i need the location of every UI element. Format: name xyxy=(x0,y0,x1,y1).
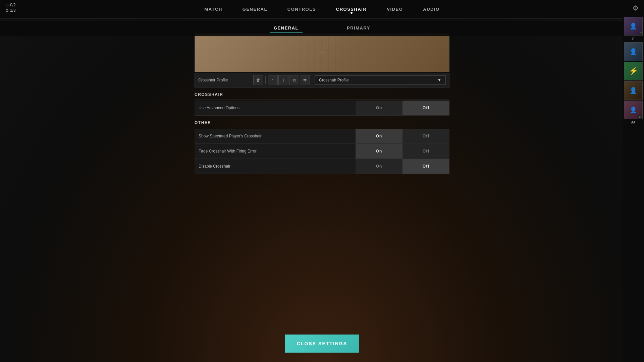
avatar-image-2: 👤 xyxy=(627,45,640,58)
show-spectated-row: Show Spectated Player's Crosshair On Off xyxy=(195,129,449,144)
tab-crosshair[interactable]: CROSSHAIR xyxy=(336,5,367,13)
crosshair-center-dot xyxy=(322,53,322,53)
nav-tabs-container: MATCH GENERAL CONTROLS CROSSHAIR VIDEO A… xyxy=(204,5,439,13)
close-settings-button[interactable]: CLOSE SETTINGS xyxy=(285,335,359,353)
avatar-slot-1[interactable]: 👤 7 xyxy=(624,17,643,36)
avatar-badge-5: +1 xyxy=(638,115,642,119)
tab-video[interactable]: VIDEO xyxy=(387,5,403,13)
avatar-image-3: ⚡ xyxy=(627,64,640,78)
dropdown-arrow-icon: ▼ xyxy=(437,78,441,82)
kills-icon: ⊙ xyxy=(5,3,9,7)
show-spectated-on-button[interactable]: On xyxy=(356,129,402,143)
fade-crosshair-label: Fade Crosshair With Firing Error xyxy=(195,149,356,154)
kills-value: 0/2 xyxy=(10,3,16,7)
sub-tab-primary[interactable]: PRIMARY xyxy=(343,24,374,33)
tab-audio[interactable]: AUDIO xyxy=(423,5,439,13)
use-advanced-options-toggle: On Off xyxy=(356,101,449,115)
show-spectated-toggle: On Off xyxy=(356,129,449,143)
import-profile-button[interactable]: ⇉ xyxy=(300,75,310,85)
top-navigation: MATCH GENERAL CONTROLS CROSSHAIR VIDEO A… xyxy=(0,0,644,18)
upload-profile-button[interactable]: ↑ xyxy=(268,75,278,85)
disable-crosshair-row: Disable Crosshair On Off xyxy=(195,159,449,174)
avatar-image-4: 👤 xyxy=(627,84,640,97)
avatar-slot-4[interactable]: 👤 xyxy=(624,81,643,100)
fade-crosshair-toggle: On Off xyxy=(356,144,449,159)
show-spectated-off-button[interactable]: Off xyxy=(402,129,449,143)
score-icon: ⊙ xyxy=(5,8,9,13)
crosshair-section-header: CROSSHAIR xyxy=(195,87,449,100)
gear-icon[interactable]: ⚙ xyxy=(633,4,639,12)
score-value: 1/3 xyxy=(10,8,16,13)
use-advanced-on-button[interactable]: On xyxy=(356,101,402,115)
show-spectated-label: Show Spectated Player's Crosshair xyxy=(195,134,356,138)
avatar-slot-2[interactable]: 👤 xyxy=(624,42,643,61)
profile-dropdown-value: Crosshair Profile xyxy=(319,78,349,82)
download-profile-button[interactable]: ↓ xyxy=(278,75,288,85)
divider-1 xyxy=(265,76,266,84)
avatar-image-5: 👤 xyxy=(627,103,640,117)
other-section-header: OTHER xyxy=(195,116,449,128)
use-advanced-options-row: Use Advanced Options On Off xyxy=(195,101,449,116)
fade-crosshair-off-button[interactable]: Off xyxy=(402,144,449,159)
sub-tabs-container: GENERAL PRIMARY xyxy=(0,21,644,36)
right-sidebar: 👤 7 0 👤 ⚡ 👤 👤 +1 66 xyxy=(623,0,644,362)
sub-tab-general[interactable]: GENERAL xyxy=(270,24,303,33)
tab-general[interactable]: GENERAL xyxy=(243,5,267,13)
avatar-slot-5[interactable]: 👤 +1 xyxy=(624,101,643,119)
avatar-badge-1: 7 xyxy=(640,32,642,35)
avatar-image-1: 👤 xyxy=(627,19,640,33)
fade-crosshair-row: Fade Crosshair With Firing Error On Off xyxy=(195,144,449,159)
disable-crosshair-off-button[interactable]: Off xyxy=(402,159,449,174)
copy-profile-button[interactable]: ⧉ xyxy=(289,75,299,85)
profile-label: Crosshair Profile xyxy=(198,78,252,82)
disable-crosshair-label: Disable Crosshair xyxy=(195,164,356,169)
tab-match[interactable]: MATCH xyxy=(204,5,222,13)
disable-crosshair-on-button[interactable]: On xyxy=(356,159,402,174)
main-content: Crosshair Profile 🗑 ↑ ↓ ⧉ ⇉ Crosshair Pr… xyxy=(195,34,449,174)
avatar-slot-3[interactable]: ⚡ xyxy=(624,62,643,80)
delete-profile-button[interactable]: 🗑 xyxy=(253,75,263,85)
tab-controls[interactable]: CONTROLS xyxy=(287,5,316,13)
sidebar-score-top: 0 xyxy=(623,36,644,42)
use-advanced-off-button[interactable]: Off xyxy=(402,101,449,115)
fade-crosshair-on-button[interactable]: On xyxy=(356,144,402,159)
sidebar-score-bottom: 66 xyxy=(623,120,644,125)
use-advanced-options-label: Use Advanced Options xyxy=(195,106,356,110)
hud-panel: ⊙ 0/2 ⊙ 1/3 xyxy=(5,3,16,13)
profile-dropdown[interactable]: Crosshair Profile ▼ xyxy=(315,75,446,85)
disable-crosshair-toggle: On Off xyxy=(356,159,449,174)
profile-actions: 🗑 ↑ ↓ ⧉ ⇉ xyxy=(253,75,310,85)
profile-bar: Crosshair Profile 🗑 ↑ ↓ ⧉ ⇉ Crosshair Pr… xyxy=(195,73,449,87)
crosshair-preview xyxy=(195,34,449,72)
